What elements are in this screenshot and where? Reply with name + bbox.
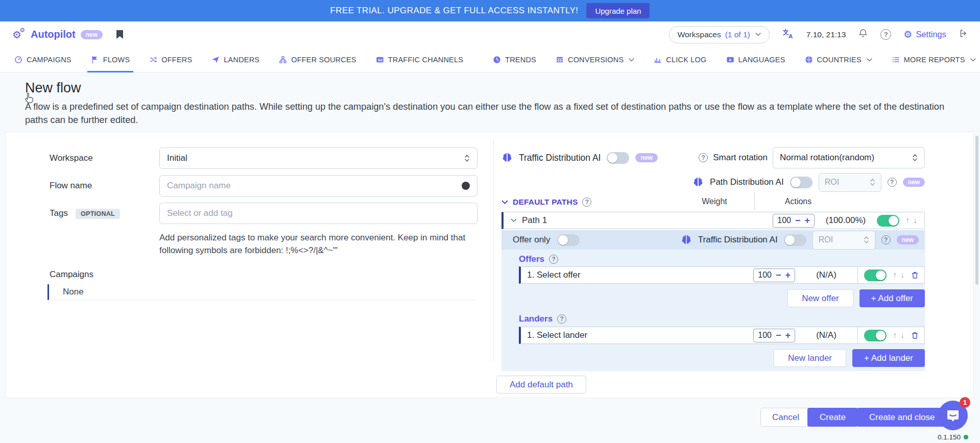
tab-countries[interactable]: COUNTRIES xyxy=(795,47,882,72)
tab-click-log[interactable]: CLICK LOG xyxy=(644,47,716,72)
lander-weight-plus-button[interactable]: + xyxy=(785,331,791,340)
workspace-select[interactable]: Initial xyxy=(159,147,477,169)
lander-delete-trash-icon[interactable] xyxy=(911,331,919,340)
landers-help-icon[interactable]: ? xyxy=(557,314,566,324)
smart-rotation-select[interactable]: Normal rotation(random) xyxy=(773,147,925,168)
lander-weight-value[interactable]: 100 xyxy=(758,331,772,340)
flows-flag-icon xyxy=(91,56,99,64)
path-weight-plus-button[interactable]: + xyxy=(804,216,810,225)
path-weight-minus-button[interactable]: − xyxy=(795,216,801,225)
chevron-down-icon xyxy=(501,200,508,205)
translate-icon[interactable]: A xyxy=(782,28,794,41)
tab-trends[interactable]: TRENDS xyxy=(483,47,546,72)
tab-traffic-channels[interactable]: Ad TRAFFIC CHANNELS xyxy=(366,47,473,72)
path-ai-help-icon[interactable]: ? xyxy=(888,178,897,187)
more-reports-list-icon xyxy=(892,56,900,64)
workspaces-selector[interactable]: Workspaces (1 of 1) xyxy=(669,26,770,43)
ai-brain-icon xyxy=(501,152,513,163)
offers-shuffle-icon xyxy=(149,56,157,64)
help-icon[interactable]: ? xyxy=(880,29,891,40)
ai-brain-icon xyxy=(692,177,704,188)
select-chevrons-icon xyxy=(912,154,918,162)
offer-weight-percent: (N/A) xyxy=(801,270,851,280)
tab-more-reports[interactable]: MORE REPORTS xyxy=(882,47,980,72)
brand[interactable]: ⚙⚙ Autopilot new xyxy=(12,29,103,40)
path-traffic-ai-toggle[interactable] xyxy=(784,234,806,246)
create-and-close-button[interactable]: Create and close xyxy=(857,408,947,427)
create-button[interactable]: Create xyxy=(807,408,858,427)
path-weight-percent: (100.00%) xyxy=(821,215,871,226)
chat-bubble-icon xyxy=(946,409,960,422)
path-traffic-ai-label: Traffic Distribution AI xyxy=(698,235,778,245)
add-lander-button[interactable]: + Add lander xyxy=(852,349,925,367)
path-traffic-ai-roi-select[interactable]: ROI xyxy=(812,231,875,250)
flow-name-input[interactable] xyxy=(159,175,477,196)
tab-flows[interactable]: FLOWS xyxy=(81,47,140,72)
add-default-path-button[interactable]: Add default path xyxy=(496,376,586,393)
default-paths-help-icon[interactable]: ? xyxy=(582,198,591,207)
lander-weight-minus-button[interactable]: − xyxy=(776,331,781,340)
campaigns-label: Campaigns xyxy=(50,269,93,280)
path-row[interactable]: Path 1 100 − + (100.00%) ↑ ↓ xyxy=(501,212,925,229)
offer-weight-value[interactable]: 100 xyxy=(758,270,772,280)
offers-help-icon[interactable]: ? xyxy=(549,255,558,264)
offer-move-down-icon[interactable]: ↓ xyxy=(900,270,904,280)
path-traffic-ai-help-icon[interactable]: ? xyxy=(881,235,891,244)
path-enabled-toggle[interactable] xyxy=(877,215,899,227)
actions-column-header: Actions xyxy=(768,197,829,206)
logout-icon[interactable] xyxy=(959,29,969,40)
flow-name-label: Flow name xyxy=(50,181,92,191)
offer-weight-plus-button[interactable]: + xyxy=(785,270,791,280)
upgrade-plan-button[interactable]: Upgrade plan xyxy=(586,3,650,18)
cancel-button[interactable]: Cancel xyxy=(760,408,811,427)
path-move-up-icon[interactable]: ↑ xyxy=(905,216,910,225)
path-weight-value[interactable]: 100 xyxy=(777,216,791,225)
default-paths-header[interactable]: DEFAULT PATHS ? xyxy=(501,195,591,209)
smart-rotation-row: ? Smart rotation Normal rotation(random) xyxy=(699,147,925,168)
lander-move-up-icon[interactable]: ↑ xyxy=(893,331,897,340)
tab-offer-sources[interactable]: OFFER SOURCES xyxy=(269,47,366,72)
landers-heading: Landers ? xyxy=(519,314,566,324)
brand-name: Autopilot xyxy=(31,29,76,40)
chevron-down-icon xyxy=(629,58,634,62)
offer-only-label: Offer only xyxy=(513,235,550,245)
new-badge: new xyxy=(903,178,925,187)
offer-only-toggle[interactable] xyxy=(557,234,580,246)
tab-languages[interactable]: A LANGUAGES xyxy=(716,47,795,72)
offer-row[interactable]: 1. Select offer 100 − + (N/A) ↑ ↓ xyxy=(519,266,925,284)
new-flow-card: Workspace Initial Flow name Tags OPTIONA… xyxy=(5,132,974,398)
new-offer-button[interactable]: New offer xyxy=(787,289,853,307)
tab-landers[interactable]: LANDERS xyxy=(202,47,269,72)
lander-row[interactable]: 1. Select lander 100 − + (N/A) ↑ ↓ xyxy=(519,327,925,344)
tags-input[interactable] xyxy=(159,203,477,224)
add-offer-button[interactable]: + Add offer xyxy=(859,289,925,307)
roi-value: ROI xyxy=(819,235,833,244)
offer-enabled-toggle[interactable] xyxy=(864,269,887,281)
notifications-bell-icon[interactable] xyxy=(858,28,868,41)
offer-move-up-icon[interactable]: ↑ xyxy=(893,270,897,280)
path-move-down-icon[interactable]: ↓ xyxy=(913,216,917,225)
smart-rotation-help-icon[interactable]: ? xyxy=(699,153,708,162)
lander-move-down-icon[interactable]: ↓ xyxy=(900,331,904,340)
path-details-section: Offer only Traffic Distribution AI ROI ?… xyxy=(501,230,925,371)
select-chevrons-icon xyxy=(864,236,869,244)
offer-weight-minus-button[interactable]: − xyxy=(776,270,781,280)
settings-button[interactable]: ⚙ Settings xyxy=(903,30,946,39)
color-dot[interactable] xyxy=(462,182,470,190)
campaigns-value: None xyxy=(63,287,84,297)
path-ai-roi-select[interactable]: ROI xyxy=(819,173,881,192)
app-header: ⚙⚙ Autopilot new Workspaces (1 of 1) A 7… xyxy=(0,21,980,47)
bookmark-icon[interactable] xyxy=(116,30,124,39)
lander-enabled-toggle[interactable] xyxy=(864,330,887,341)
card-divider xyxy=(493,139,494,362)
tab-campaigns[interactable]: CAMPAIGNS xyxy=(14,47,81,72)
new-lander-button[interactable]: New lander xyxy=(774,349,846,367)
path-ai-toggle[interactable] xyxy=(790,177,812,188)
default-paths-title: DEFAULT PATHS xyxy=(513,198,578,207)
offer-delete-trash-icon[interactable] xyxy=(911,270,919,280)
scrollbar[interactable] xyxy=(975,136,978,285)
traffic-ai-toggle[interactable] xyxy=(607,152,629,164)
tab-offers[interactable]: OFFERS xyxy=(139,47,202,72)
tab-conversions[interactable]: CONVERSIONS xyxy=(546,47,644,72)
gear-icon: ⚙ xyxy=(903,30,912,39)
